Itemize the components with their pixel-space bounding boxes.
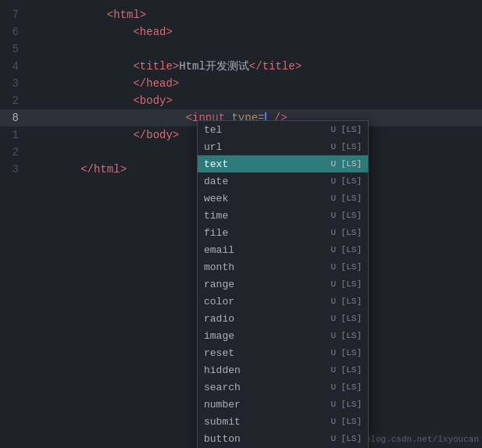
item-label: email (204, 244, 324, 256)
item-badge: U [LS] (330, 279, 362, 289)
line-number: 4 (0, 60, 28, 73)
autocomplete-item-file[interactable]: fileU [LS] (198, 224, 368, 241)
autocomplete-item-text[interactable]: textU [LS] (198, 155, 368, 172)
autocomplete-item-email[interactable]: emailU [LS] (198, 241, 368, 258)
autocomplete-item-submit[interactable]: submitU [LS] (198, 413, 368, 430)
line-number: 5 (0, 43, 28, 55)
item-label: reset (204, 347, 324, 359)
line-number: 2 (0, 94, 28, 107)
autocomplete-item-tel[interactable]: telU [LS] (198, 121, 368, 138)
autocomplete-item-search[interactable]: searchU [LS] (198, 379, 368, 396)
item-label: range (204, 279, 324, 290)
autocomplete-item-hidden[interactable]: hiddenU [LS] (198, 361, 368, 379)
item-badge: U [LS] (330, 365, 362, 375)
item-label: submit (204, 416, 324, 428)
line-number: 6 (0, 26, 28, 38)
autocomplete-item-week[interactable]: weekU [LS] (198, 190, 368, 207)
item-badge: U [LS] (330, 176, 362, 186)
item-badge: U [LS] (330, 348, 362, 357)
autocomplete-item-color[interactable]: colorU [LS] (198, 293, 368, 310)
line-number: 1 (0, 129, 28, 141)
item-badge: U [LS] (330, 434, 362, 443)
line-number: 3 (0, 163, 28, 176)
item-label: file (204, 227, 324, 239)
line-number-active: 8 (0, 112, 28, 124)
item-badge: U [LS] (330, 417, 362, 426)
item-label: tel (204, 124, 324, 136)
item-badge: U [LS] (330, 400, 362, 409)
line-content: <head> (28, 13, 482, 51)
item-label: search (204, 382, 324, 393)
item-label: text (204, 158, 324, 170)
item-label: date (204, 176, 324, 187)
autocomplete-item-month[interactable]: monthU [LS] (198, 258, 368, 276)
item-badge: U [LS] (330, 228, 362, 237)
autocomplete-item-button[interactable]: buttonU [LS] (198, 430, 368, 447)
item-label: color (204, 296, 324, 308)
autocomplete-item-time[interactable]: timeU [LS] (198, 207, 368, 224)
item-label: button (204, 433, 324, 445)
item-label: number (204, 399, 324, 411)
line-number: 3 (0, 77, 28, 90)
item-badge: U [LS] (330, 159, 362, 169)
editor-area: 7 <html> 6 <head> 5 4 <title>Html开发测试</t… (0, 0, 482, 448)
item-label: time (204, 210, 324, 222)
item-label: week (204, 193, 324, 204)
item-label: radio (204, 313, 324, 325)
line-number: 7 (0, 9, 28, 21)
code-line-6: 6 <head> (0, 23, 482, 41)
autocomplete-item-range[interactable]: rangeU [LS] (198, 276, 368, 293)
autocomplete-item-image[interactable]: imageU [LS] (198, 327, 368, 344)
item-badge: U [LS] (330, 262, 362, 272)
item-label: image (204, 330, 324, 342)
item-badge: U [LS] (330, 211, 362, 220)
autocomplete-item-date[interactable]: dateU [LS] (198, 172, 368, 190)
autocomplete-item-radio[interactable]: radioU [LS] (198, 310, 368, 327)
item-label: hidden (204, 364, 324, 376)
item-label: url (204, 141, 324, 153)
item-badge: U [LS] (330, 245, 362, 254)
autocomplete-dropdown[interactable]: telU [LS]urlU [LS]textU [LS]dateU [LS]we… (197, 120, 369, 448)
autocomplete-item-reset[interactable]: resetU [LS] (198, 344, 368, 361)
item-badge: U [LS] (330, 382, 362, 392)
item-label: month (204, 261, 324, 273)
autocomplete-item-number[interactable]: numberU [LS] (198, 396, 368, 413)
item-badge: U [LS] (330, 142, 362, 151)
item-badge: U [LS] (330, 297, 362, 306)
item-badge: U [LS] (330, 314, 362, 323)
line-number: 2 (0, 146, 28, 158)
item-badge: U [LS] (330, 125, 362, 134)
item-badge: U [LS] (330, 194, 362, 203)
autocomplete-item-url[interactable]: urlU [LS] (198, 138, 368, 155)
item-badge: U [LS] (330, 331, 362, 340)
